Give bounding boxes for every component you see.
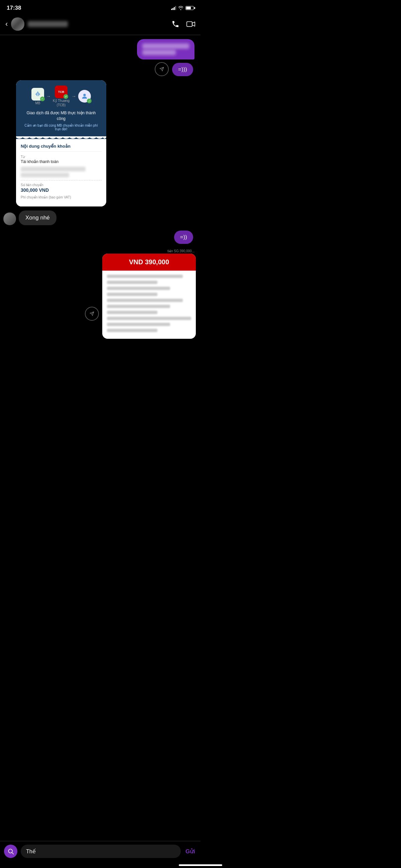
contact-name: [28, 21, 68, 27]
outgoing-blurred-bubble: [137, 39, 194, 59]
fee-label: Phí chuyển khoản (bao gồm VAT): [21, 195, 101, 199]
outgoing-emoji-2: =)): [174, 230, 193, 244]
nav-left: ‹: [5, 18, 68, 31]
forward-button-2[interactable]: [85, 307, 99, 321]
call-button[interactable]: [171, 20, 180, 28]
recipient-check: ✓: [87, 99, 92, 103]
nav-actions: [171, 20, 195, 28]
forward-button-1[interactable]: [155, 62, 169, 76]
blur-row-10: [107, 329, 157, 332]
bank-transfer-card[interactable]: ✓ MB → TCB ✓ Kỹ Thươ: [16, 80, 106, 207]
status-bar: 17:38: [0, 0, 201, 15]
svg-rect-0: [187, 22, 192, 27]
from-row: Từ Tài khoản thanh toán: [21, 155, 101, 164]
svg-point-2: [83, 94, 86, 96]
tcb-check: ✓: [63, 94, 68, 99]
sender-avatar: [3, 213, 16, 225]
blur-row-3: [107, 287, 170, 290]
partial-text: tiền SG:390,000...: [102, 249, 196, 253]
recipient-step: ✓: [78, 90, 91, 102]
outgoing-transfer-card[interactable]: VND 390,000: [102, 254, 196, 339]
status-time: 17:38: [7, 5, 21, 11]
outgoing-emoji-1: =))): [172, 63, 193, 76]
fee-row: Phí chuyển khoản (bao gồm VAT): [21, 195, 101, 199]
blur-row-7: [107, 311, 157, 314]
blur-row-6: [107, 305, 170, 308]
battery-icon: [185, 6, 194, 10]
messages-area: =))): [0, 35, 201, 343]
tcb-bank-step: TCB ✓ Kỹ Thương (TCB): [53, 86, 69, 107]
transfer-amount: VND 390,000: [107, 258, 190, 266]
blur-row-9: [107, 323, 170, 326]
from-label: Từ: [21, 155, 101, 159]
blur-row-1: [107, 275, 183, 278]
contact-avatar[interactable]: [11, 18, 24, 31]
blur-row-2: [107, 281, 157, 284]
mb-check: ✓: [40, 97, 45, 101]
mb-bank-logo: ✓: [31, 88, 44, 100]
messages-container: =))): [0, 35, 201, 379]
wifi-icon: [178, 6, 183, 10]
blur-row-5: [107, 299, 183, 302]
blur-row-4: [107, 293, 157, 296]
back-button[interactable]: ‹: [5, 20, 8, 28]
from-value: Tài khoản thanh toán: [21, 159, 101, 164]
nav-bar: ‹: [0, 15, 201, 35]
recipient-icon: ✓: [78, 90, 91, 102]
amount-label: Số tiền chuyển: [21, 183, 101, 187]
arrow-2: →: [71, 94, 76, 99]
status-icons: [171, 6, 194, 10]
incoming-transfer-card: ✓ MB → TCB ✓ Kỹ Thươ: [3, 79, 197, 207]
signal-icon: [171, 6, 176, 10]
video-call-button[interactable]: [186, 20, 195, 28]
tcb-bank-logo: TCB ✓: [55, 86, 67, 98]
xong-nhe-row: Xong nhé: [3, 211, 197, 225]
success-text: Giao dịch đã được MB thực hiện thành côn…: [21, 110, 101, 122]
card-body: Nội dung chuyển khoản Từ Tài khoản thanh…: [16, 139, 106, 207]
tagline-text: Cảm ơn bạn đã cùng MB chuyển khoản miễn …: [21, 124, 101, 131]
receipt-title: Nội dung chuyển khoản: [21, 144, 101, 152]
amount-row: Số tiền chuyển 300,000 VND: [21, 183, 101, 193]
account-row: [21, 167, 101, 178]
amount-value: 300,000 VND: [21, 187, 101, 193]
arrow-1: →: [46, 94, 51, 99]
card-header: ✓ MB → TCB ✓ Kỹ Thươ: [16, 80, 106, 136]
mb-bank-step: ✓ MB: [31, 88, 44, 105]
transfer-image-body: [102, 271, 196, 339]
transfer-image-header: VND 390,000: [102, 254, 196, 271]
xong-nhe-bubble: Xong nhé: [19, 211, 57, 225]
blur-row-8: [107, 317, 191, 320]
